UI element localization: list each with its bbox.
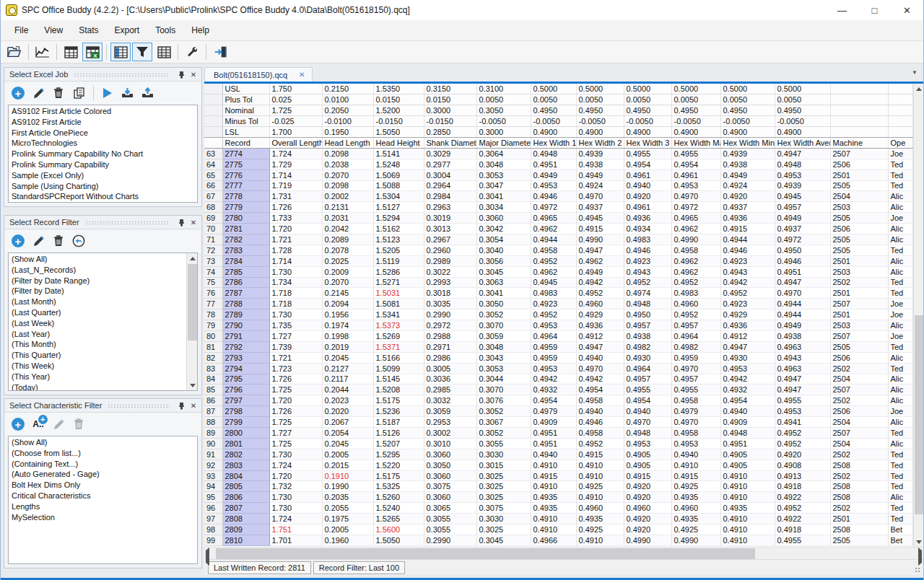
menu-stats[interactable]: Stats [71,22,106,38]
table-cell[interactable]: 0.4938 [624,330,671,341]
table-cell[interactable]: 0.4934 [624,224,671,234]
table-cell[interactable]: 2507 [830,330,888,341]
table-cell[interactable]: 0.3045 [476,535,531,545]
table-cell[interactable]: 0.2993 [424,277,476,288]
table-cell[interactable]: 0.4938 [720,159,775,170]
table-cell[interactable]: 0.4910 [720,470,775,481]
record-cell[interactable]: 2802 [222,449,269,460]
edit-filter-icon[interactable] [29,232,48,250]
table-cell[interactable]: 0.4970 [775,288,830,299]
table-cell[interactable]: 2503 [830,266,888,277]
table-cell[interactable]: 2508 [830,460,888,470]
table-cell[interactable]: 0.4915 [624,470,671,481]
record-cell[interactable]: 2775 [222,159,269,170]
table-cell[interactable]: 0.4938 [775,330,830,341]
table-cell[interactable]: 1.5208 [373,385,424,395]
table-cell[interactable]: 0.4964 [531,330,576,341]
table-cell[interactable]: 0.4953 [531,180,576,191]
table-cell[interactable]: 0.4949 [531,170,576,180]
table-cell[interactable]: 0.3030 [476,514,531,524]
table-cell[interactable]: 0.4958 [671,428,720,439]
table-cell[interactable]: 0.4949 [775,320,830,331]
table-cell[interactable]: 0.2025 [322,255,373,266]
list-item[interactable]: Critical Characteristics [9,491,197,501]
table-cell[interactable]: 1.5304 [373,191,424,202]
table-cell[interactable]: 1.727 [269,330,322,341]
row-index[interactable]: 78 [204,309,222,320]
table-cell[interactable]: 0.4937 [576,202,624,213]
table-cell[interactable]: 0.4974 [624,288,671,299]
table-cell[interactable]: 0.4912 [720,330,775,341]
table-cell[interactable]: 0.2131 [322,202,373,213]
table-cell[interactable]: 0.3010 [424,438,476,449]
table-cell[interactable]: 2503 [830,202,888,213]
table-cell[interactable]: 0.3042 [476,224,531,234]
table-cell[interactable]: Alic [888,266,912,277]
table-cell[interactable]: 2507 [830,385,888,395]
table-cell[interactable]: 0.4983 [671,288,720,299]
table-cell[interactable]: 0.4970 [576,363,624,374]
table-cell[interactable]: 0.4952 [775,428,830,439]
table-cell[interactable]: Joe [888,330,912,341]
table-cell[interactable]: 1.730 [269,492,322,503]
table-cell[interactable]: 1.721 [269,234,322,245]
table-cell[interactable]: 0.4935 [720,503,775,514]
record-cell[interactable]: 2776 [222,170,269,180]
table-cell[interactable]: 0.2986 [424,352,476,363]
table-cell[interactable]: 1.714 [269,170,322,180]
table-cell[interactable]: 0.3048 [476,159,531,170]
column-header[interactable]: Record [222,137,269,148]
table-cell[interactable]: Alic [888,320,912,331]
table-cell[interactable]: 0.2042 [322,224,373,234]
table-cell[interactable]: 0.2960 [424,245,476,255]
row-index[interactable]: 91 [204,449,222,460]
table-cell[interactable]: 0.4940 [671,449,720,460]
table-cell[interactable]: 0.2020 [322,406,373,417]
table-cell[interactable]: 1.5081 [373,299,424,309]
list-item[interactable]: Sample (Excel Only) [9,170,197,181]
table-cell[interactable]: 1.725 [269,417,322,428]
table-cell[interactable]: 0.1990 [322,481,373,492]
list-item[interactable]: (Today) [9,382,197,391]
table-cell[interactable]: 0.4952 [775,438,830,449]
table-cell[interactable]: 0.4913 [775,470,830,481]
column-header[interactable]: Hex Width 3 [624,137,671,148]
table-cell[interactable]: 0.4920 [624,492,671,503]
table-cell[interactable]: 1.718 [269,288,322,299]
row-index[interactable]: 90 [204,438,222,449]
table-cell[interactable]: 0.3041 [476,288,531,299]
table-cell[interactable]: 0.4935 [531,492,576,503]
table-cell[interactable]: 0.4953 [775,406,830,417]
table-cell[interactable]: 0.4959 [531,352,576,363]
table-cell[interactable]: 0.4910 [576,492,624,503]
table-cell[interactable]: 0.4949 [775,213,830,224]
table-cell[interactable]: 2506 [830,352,888,363]
table-cell[interactable]: 1.731 [269,191,322,202]
column-header[interactable]: Major Diameter [476,137,531,148]
table-cell[interactable]: Alic [888,417,912,428]
column-header[interactable]: Shank Diameter [424,137,476,148]
menu-view[interactable]: View [36,22,71,38]
table-cell[interactable]: 0.4952 [775,503,830,514]
table-cell[interactable]: 1.721 [269,352,322,363]
table-cell[interactable]: 0.4942 [720,374,775,385]
table-cell[interactable]: 1.726 [269,406,322,417]
table-cell[interactable]: 0.4950 [624,309,671,320]
table-cell[interactable]: Ted [888,363,912,374]
table-cell[interactable]: 0.4972 [531,202,576,213]
table-cell[interactable]: 0.4905 [624,460,671,470]
table-cell[interactable]: 2505 [830,341,888,352]
record-cell[interactable]: 2796 [222,385,269,395]
record-cell[interactable]: 2805 [222,481,269,492]
table-cell[interactable]: 0.4915 [720,224,775,234]
table-cell[interactable]: 0.4958 [671,245,720,255]
table-cell[interactable]: 0.4944 [775,309,830,320]
table-cell[interactable]: 1.5600 [373,524,424,535]
column-header[interactable]: Hex Width Max [671,137,720,148]
table-cell[interactable]: 0.4910 [576,470,624,481]
close-icon[interactable]: ✕ [891,0,923,20]
table-cell[interactable]: 0.4910 [720,481,775,492]
table-cell[interactable]: 0.4955 [624,385,671,395]
table-cell[interactable]: 0.4953 [531,320,576,331]
column-header[interactable]: Head Height [373,137,424,148]
